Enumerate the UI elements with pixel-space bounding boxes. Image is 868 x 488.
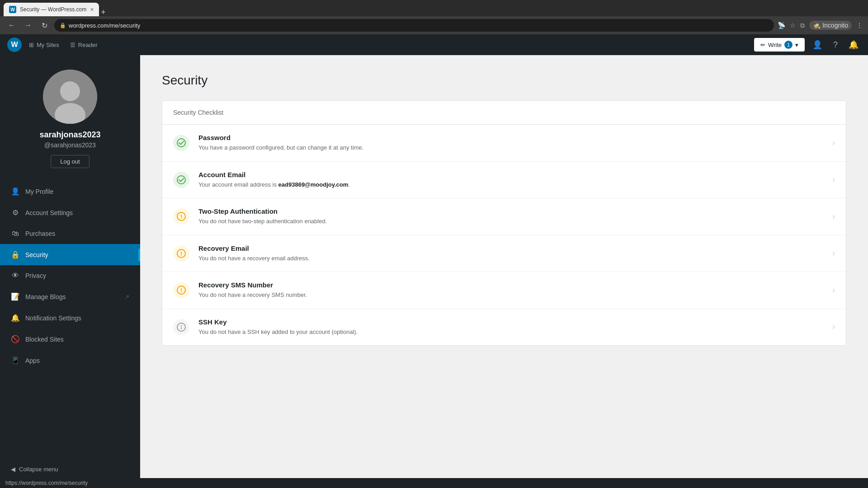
purchases-icon: 🛍	[11, 230, 20, 238]
sidebar-item-label: Purchases	[25, 230, 129, 237]
security-item-ssh-key[interactable]: SSH Key You do not have a SSH key added …	[162, 309, 846, 346]
sidebar-item-notification-settings[interactable]: 🔔 Notification Settings	[0, 307, 140, 328]
sidebar-item-my-profile[interactable]: 👤 My Profile	[0, 181, 140, 202]
security-item-password[interactable]: Password You have a password configured,…	[162, 125, 846, 162]
content-area: Security Security Checklist Password You…	[140, 55, 868, 478]
collapse-label: Collapse menu	[19, 466, 58, 473]
sidebar-item-label: Privacy	[25, 272, 129, 279]
sidebar-item-apps[interactable]: 📱 Apps	[0, 350, 140, 371]
recovery-email-content: Recovery Email You do not have a recover…	[198, 244, 825, 263]
status-url: https://wordpress.com/me/security	[5, 480, 88, 486]
collapse-menu-button[interactable]: ◀ Collapse menu	[11, 466, 129, 473]
reload-button[interactable]: ↻	[38, 19, 51, 32]
reader-icon: ☰	[70, 42, 75, 48]
bookmark-icon[interactable]: ☆	[790, 22, 796, 29]
recovery-email-arrow-icon: ›	[832, 249, 835, 258]
notification-settings-icon: 🔔	[11, 314, 20, 322]
security-item-two-step[interactable]: ! Two-Step Authentication You do not hav…	[162, 198, 846, 235]
password-description: You have a password configured, but can …	[198, 143, 825, 152]
two-step-status-icon: !	[173, 208, 189, 225]
password-content: Password You have a password configured,…	[198, 134, 825, 152]
sidebar: sarahjonas2023 @sarahjonas2023 Log out 👤…	[0, 55, 140, 478]
sidebar-handle: @sarahjonas2023	[44, 141, 96, 149]
notifications-icon[interactable]: 🔔	[846, 38, 861, 52]
two-step-title: Two-Step Authentication	[198, 207, 825, 215]
two-step-content: Two-Step Authentication You do not have …	[198, 207, 825, 226]
security-checklist-card: Security Checklist Password You have a p…	[162, 100, 846, 346]
address-bar[interactable]: 🔒 wordpress.com/me/security	[54, 19, 774, 32]
apps-icon: 📱	[11, 356, 20, 365]
sidebar-item-label: Security	[25, 251, 129, 258]
wp-logo[interactable]: W	[7, 38, 22, 52]
help-icon[interactable]: ?	[828, 38, 843, 52]
security-item-recovery-sms[interactable]: ! Recovery SMS Number You do not have a …	[162, 272, 846, 309]
svg-point-12	[181, 325, 182, 326]
browser-tab[interactable]: W Security — WordPress.com ×	[4, 3, 99, 16]
svg-point-3	[177, 139, 185, 147]
recovery-sms-arrow-icon: ›	[832, 286, 835, 295]
ssh-key-status-icon	[173, 319, 189, 335]
my-sites-label: My Sites	[37, 42, 59, 48]
write-label: Write	[768, 42, 782, 48]
security-icon: 🔒	[11, 250, 20, 259]
cast-icon[interactable]: 📡	[778, 22, 785, 29]
write-button[interactable]: ✏ Write 1 ▾	[754, 38, 805, 52]
two-step-arrow-icon: ›	[832, 212, 835, 221]
tab-favicon: W	[9, 6, 16, 13]
sidebar-username: sarahjonas2023	[39, 130, 100, 140]
recovery-sms-content: Recovery SMS Number You do not have a re…	[198, 281, 825, 300]
sidebar-item-label: Blocked Sites	[25, 336, 129, 343]
recovery-sms-status-icon: !	[173, 282, 189, 298]
svg-point-4	[177, 176, 185, 184]
my-sites-nav[interactable]: ⊞ My Sites	[24, 34, 65, 55]
sidebar-item-account-settings[interactable]: ⚙ Account Settings	[0, 202, 140, 223]
address-bar-row: ← → ↻ 🔒 wordpress.com/me/security 📡 ☆ ⧉ …	[0, 16, 868, 34]
recovery-email-description: You do not have a recovery email address…	[198, 254, 825, 263]
svg-text:!: !	[180, 250, 182, 257]
my-profile-icon: 👤	[11, 187, 20, 196]
blocked-sites-icon: 🚫	[11, 335, 20, 343]
new-tab-button[interactable]: +	[101, 8, 106, 16]
ssh-key-content: SSH Key You do not have a SSH key added …	[198, 318, 825, 337]
recovery-email-title: Recovery Email	[198, 244, 825, 252]
sidebar-toggle-icon[interactable]: ⧉	[800, 22, 805, 29]
password-title: Password	[198, 134, 825, 141]
svg-text:!: !	[180, 287, 182, 294]
incognito-badge: 🕵 Incognito	[809, 21, 852, 30]
back-button[interactable]: ←	[5, 19, 18, 32]
sidebar-item-privacy[interactable]: 👁 Privacy	[0, 265, 140, 286]
ssh-key-description: You do not have a SSH key added to your …	[198, 328, 825, 337]
write-count-badge: 1	[784, 41, 793, 49]
more-options-button[interactable]: ⋮	[856, 22, 863, 29]
svg-rect-13	[181, 327, 182, 329]
sidebar-item-manage-blogs[interactable]: 📝 Manage Blogs ↗	[0, 286, 140, 307]
reader-nav[interactable]: ☰ Reader	[65, 34, 103, 55]
user-avatar-icon[interactable]: 👤	[810, 38, 825, 52]
url-text: wordpress.com/me/security	[69, 22, 769, 29]
sidebar-item-security[interactable]: 🔒 Security	[0, 244, 140, 265]
incognito-icon: 🕵	[813, 22, 821, 29]
logout-button[interactable]: Log out	[51, 155, 89, 168]
tab-close-button[interactable]: ×	[90, 6, 94, 13]
svg-point-1	[60, 81, 80, 101]
write-chevron-icon[interactable]: ▾	[795, 42, 798, 48]
ssh-key-arrow-icon: ›	[832, 322, 835, 332]
security-item-account-email[interactable]: Account Email Your account email address…	[162, 162, 846, 199]
sidebar-item-blocked-sites[interactable]: 🚫 Blocked Sites	[0, 328, 140, 350]
incognito-label: Incognito	[822, 22, 848, 29]
tab-title: Security — WordPress.com	[20, 6, 86, 13]
sidebar-item-purchases[interactable]: 🛍 Purchases	[0, 223, 140, 244]
account-email-arrow-icon: ›	[832, 175, 835, 184]
write-icon: ✏	[760, 42, 765, 48]
security-item-recovery-email[interactable]: ! Recovery Email You do not have a recov…	[162, 235, 846, 272]
sidebar-item-label: Apps	[25, 357, 129, 364]
status-bar: https://wordpress.com/me/security	[0, 478, 868, 488]
reader-label: Reader	[78, 42, 98, 48]
forward-button[interactable]: →	[22, 19, 34, 32]
sidebar-nav: 👤 My Profile ⚙ Account Settings 🛍 Purcha…	[0, 177, 140, 460]
sidebar-item-label: My Profile	[25, 188, 129, 195]
page-title: Security	[162, 73, 846, 88]
account-email-content: Account Email Your account email address…	[198, 171, 825, 189]
my-sites-icon: ⊞	[29, 42, 34, 48]
sidebar-avatar-section: sarahjonas2023 @sarahjonas2023 Log out	[0, 55, 140, 177]
